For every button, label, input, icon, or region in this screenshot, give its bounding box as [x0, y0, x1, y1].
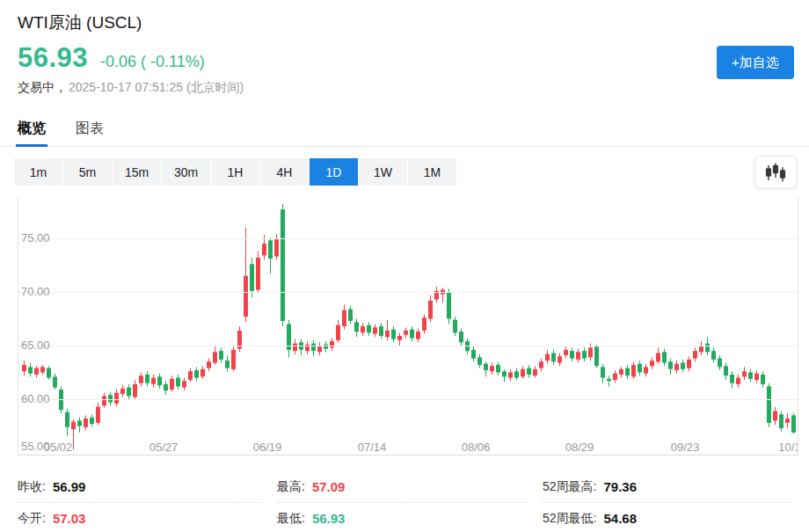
- candle: [508, 369, 513, 382]
- candle: [502, 369, 507, 383]
- stat-52周最低: 52周最低:54.68: [543, 503, 793, 532]
- candle: [170, 375, 174, 391]
- candle: [699, 341, 703, 355]
- candle: [724, 363, 728, 381]
- candle: [514, 368, 519, 380]
- timeframe-button-15m[interactable]: 15m: [113, 158, 161, 186]
- candle: [354, 319, 359, 338]
- candle: [348, 306, 353, 324]
- candle: [324, 341, 328, 352]
- timeframe-button-1H[interactable]: 1H: [211, 158, 259, 186]
- candle: [662, 349, 667, 367]
- stat-昨收: 昨收:56.99: [18, 471, 262, 503]
- price-change: -0.06 ( -0.11%): [100, 53, 205, 71]
- x-axis-label: 10/1: [778, 441, 798, 454]
- timeframe-button-4H[interactable]: 4H: [260, 158, 309, 186]
- candle: [287, 320, 291, 358]
- candle: [730, 371, 734, 389]
- gridline: [18, 346, 798, 346]
- candle: [761, 371, 765, 387]
- candle: [674, 361, 679, 374]
- candle: [638, 361, 642, 375]
- candle: [336, 320, 340, 343]
- candle: [47, 366, 51, 380]
- candle: [90, 414, 94, 427]
- candle: [570, 347, 574, 361]
- candle: [748, 369, 753, 383]
- instrument-title: WTI原油 (USCL): [18, 11, 142, 34]
- candle: [391, 326, 396, 342]
- stat-value: 57.09: [312, 479, 346, 494]
- candle: [736, 375, 740, 388]
- candle: [551, 350, 556, 365]
- candle: [194, 367, 199, 381]
- candle: [484, 361, 488, 376]
- x-axis-label: 06/19: [253, 441, 282, 454]
- candle: [785, 413, 790, 428]
- candle: [77, 418, 82, 433]
- candle: [576, 349, 580, 363]
- candle: [644, 364, 648, 377]
- candle: [114, 390, 119, 407]
- candle: [471, 346, 476, 361]
- candle: [434, 287, 439, 302]
- candle: [668, 359, 673, 375]
- gridline: [18, 238, 798, 239]
- candle: [53, 374, 57, 390]
- timeframe-button-1M[interactable]: 1M: [408, 158, 456, 186]
- candle: [428, 295, 433, 323]
- stat-label: 最低:: [277, 511, 305, 527]
- candle: [477, 354, 482, 368]
- candle: [256, 251, 260, 294]
- gridline: [18, 399, 798, 400]
- candle: [305, 341, 310, 354]
- candle: [213, 346, 217, 365]
- timeframe-button-30m[interactable]: 30m: [162, 158, 210, 186]
- candle: [791, 413, 796, 434]
- candle: [773, 407, 777, 426]
- chart-type-button[interactable]: [754, 156, 797, 188]
- candle: [367, 322, 371, 336]
- candle: [718, 355, 722, 370]
- candle: [459, 329, 463, 346]
- add-watchlist-button[interactable]: +加自选: [717, 46, 794, 79]
- candle: [299, 339, 303, 355]
- stat-value: 54.68: [603, 511, 637, 526]
- candle: [139, 373, 143, 387]
- gridline: [18, 292, 798, 293]
- candlestick-chart[interactable]: 75.0070.0065.0060.0055.0005/0205/2706/19…: [18, 198, 798, 455]
- candle: [754, 370, 759, 383]
- timeframe-selector: 1m5m15m30m1H4H1D1W1M: [14, 158, 456, 186]
- last-price: 56.93: [18, 42, 88, 74]
- candle: [127, 384, 131, 399]
- candle: [317, 342, 322, 355]
- timeframe-button-1m[interactable]: 1m: [14, 158, 62, 186]
- candle: [330, 339, 334, 352]
- candle: [527, 365, 531, 378]
- y-axis-label: 60.00: [21, 392, 50, 405]
- timeframe-button-1W[interactable]: 1W: [359, 158, 407, 186]
- stat-今开: 今开:57.03: [18, 503, 262, 532]
- timeframe-button-5m[interactable]: 5m: [63, 158, 112, 186]
- candle: [120, 385, 125, 397]
- tab-overview[interactable]: 概览: [18, 118, 46, 147]
- status-row: 交易中，2025-10-17 07:51:25 (北京时间): [18, 80, 244, 96]
- candle: [65, 409, 69, 436]
- stat-label: 最高:: [277, 479, 305, 495]
- candle: [102, 393, 106, 408]
- tab-chart[interactable]: 图表: [76, 118, 104, 147]
- candle: [558, 353, 562, 367]
- candle: [311, 340, 316, 356]
- candlestick-chart-icon: [765, 163, 786, 182]
- candle: [361, 323, 365, 336]
- candle: [188, 368, 193, 383]
- candle: [207, 359, 211, 372]
- timeframe-button-1D[interactable]: 1D: [310, 158, 358, 186]
- stat-label: 52周最低:: [543, 511, 596, 527]
- candle: [594, 345, 599, 368]
- quote-timestamp: 2025-10-17 07:51:25 (北京时间): [69, 80, 244, 94]
- candle: [453, 317, 457, 336]
- x-axis-label: 05/27: [149, 441, 179, 454]
- stat-value: 56.93: [312, 511, 346, 526]
- candle: [281, 204, 285, 326]
